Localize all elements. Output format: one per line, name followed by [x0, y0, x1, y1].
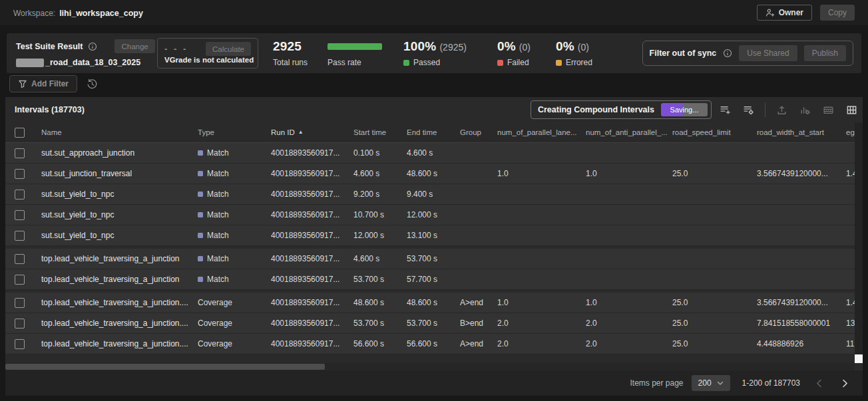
start-time: 53.700 s	[348, 275, 401, 284]
row-checkbox[interactable]	[15, 148, 25, 158]
start-time: 12.000 s	[348, 231, 401, 240]
workspace-name: lihi_workspace_copy	[59, 9, 143, 18]
road-width-at-start: 3.5667439120000...	[752, 298, 841, 307]
column-header-run-id[interactable]: Run ID ▲	[266, 128, 348, 136]
errored-stat: 0% (0) Errored	[556, 39, 592, 67]
table-row[interactable]: top.lead_vehicle_traversing_a_junction..…	[5, 293, 855, 313]
row-checkbox[interactable]	[15, 169, 25, 179]
start-time: 0.100 s	[348, 148, 401, 158]
match-type-icon	[198, 212, 203, 217]
interval-type-label: Match	[207, 231, 229, 240]
row-checkbox[interactable]	[15, 210, 25, 220]
redacted-text	[16, 59, 44, 67]
interval-settings-icon[interactable]	[742, 103, 756, 117]
column-header-num-parallel[interactable]: num_of_parallel_lane...	[492, 128, 580, 136]
row-checkbox[interactable]	[15, 275, 25, 285]
table-row[interactable]: top.lead_vehicle_traversing_a_junction..…	[5, 313, 855, 334]
column-header-group[interactable]: Group	[455, 128, 492, 136]
passed-count: (2925)	[439, 42, 466, 53]
passed-legend-square	[403, 60, 409, 66]
column-header-start-time[interactable]: Start time	[348, 128, 401, 136]
column-header-ego-speed[interactable]: ego_sp	[841, 128, 855, 136]
add-compound-interval-icon[interactable]	[718, 103, 732, 117]
end-time: 56.600 s	[401, 339, 455, 348]
chevron-down-icon	[717, 381, 724, 386]
table-row[interactable]: top.lead_vehicle_traversing_a_junctionMa…	[5, 249, 855, 269]
page-size-select[interactable]: 200	[692, 375, 730, 391]
vertical-scrollbar[interactable]	[855, 122, 863, 363]
publish-button[interactable]: Publish	[804, 45, 846, 61]
sort-ascending-icon: ▲	[298, 130, 304, 135]
road-width-at-start: 7.841518558000001	[752, 319, 841, 328]
select-all-checkbox[interactable]	[15, 128, 25, 138]
failed-count: (0)	[519, 42, 531, 53]
road-speed-limit: 25.0	[667, 298, 752, 307]
end-time: 53.700 s	[401, 254, 455, 263]
horizontal-scrollbar[interactable]	[5, 363, 855, 370]
column-header-name[interactable]: Name	[36, 128, 192, 136]
filter-out-of-sync-box: Filter out of sync Use Shared Publish	[642, 41, 853, 66]
info-icon[interactable]	[723, 49, 732, 58]
grid-view-icon[interactable]	[845, 103, 859, 117]
table-row[interactable]: sut.sut_yield_to_npcMatch40018893560917.…	[5, 184, 855, 205]
total-runs-value: 2925	[273, 39, 302, 54]
column-header-road-speed-limit[interactable]: road_speed_limit	[667, 128, 752, 136]
row-checkbox[interactable]	[15, 339, 25, 349]
row-checkbox[interactable]	[15, 231, 25, 241]
road-speed-limit: 25.0	[667, 339, 752, 348]
owner-button[interactable]: Owner	[757, 5, 812, 21]
interval-type: Match	[192, 190, 266, 199]
errored-legend-square	[556, 60, 562, 66]
num-of-parallel-lanes: 1.0	[492, 298, 580, 307]
interval-name: sut.sut_junction_traversal	[36, 169, 192, 178]
compound-intervals-status: Creating Compound Intervals Saving...	[531, 100, 712, 119]
filter-history-icon[interactable]	[85, 77, 99, 91]
interval-type-label: Match	[207, 275, 229, 284]
table-row[interactable]: sut.sut_yield_to_npcMatch40018893560917.…	[5, 225, 855, 246]
calculate-button[interactable]: Calculate	[206, 42, 251, 56]
row-checkbox[interactable]	[15, 190, 25, 200]
column-header-end-time[interactable]: End time	[401, 128, 455, 136]
add-filter-button[interactable]: Add Filter	[9, 75, 77, 92]
column-header-num-anti-parallel[interactable]: num_of_anti_parallel_...	[580, 128, 667, 136]
interval-name: sut.sut_yield_to_npc	[36, 210, 192, 219]
vertical-scrollbar-thumb[interactable]	[855, 354, 863, 363]
toolbar-divider	[765, 102, 765, 117]
column-header-type[interactable]: Type	[192, 128, 266, 136]
pass-rate-label: Pass rate	[327, 58, 382, 67]
end-time: 12.000 s	[401, 210, 455, 219]
export-icon[interactable]	[775, 103, 789, 117]
table-summary-icon[interactable]	[821, 103, 835, 117]
use-shared-button[interactable]: Use Shared	[739, 45, 797, 61]
row-checkbox[interactable]	[15, 319, 25, 329]
interval-type: Match	[192, 148, 266, 158]
table-title-bar: Intervals (187703) Creating Compound Int…	[5, 97, 863, 122]
run-id: 40018893560917...	[266, 319, 348, 328]
horizontal-scrollbar-thumb[interactable]	[5, 364, 325, 370]
row-checkbox[interactable]	[15, 298, 25, 308]
intervals-table: Intervals (187703) Creating Compound Int…	[5, 97, 863, 370]
column-header-road-width[interactable]: road_width_at_start	[752, 128, 841, 136]
table-row[interactable]: top.lead_vehicle_traversing_a_junction..…	[5, 334, 855, 354]
page-size-value: 200	[698, 378, 712, 388]
interval-type: Match	[192, 275, 266, 284]
row-checkbox[interactable]	[15, 254, 25, 264]
info-icon[interactable]	[88, 42, 97, 51]
interval-type: Match	[192, 254, 266, 263]
previous-page-button[interactable]	[812, 378, 826, 389]
chart-settings-icon[interactable]	[798, 103, 812, 117]
table-row[interactable]: top.lead_vehicle_traversing_a_junctionMa…	[5, 269, 855, 290]
interval-name: top.lead_vehicle_traversing_a_junction..…	[36, 339, 192, 348]
app-window: Workspace:lihi_workspace_copy Owner Copy…	[0, 0, 868, 401]
errored-percent: 0%	[556, 39, 574, 54]
interval-type-label: Coverage	[198, 298, 232, 307]
passed-label: Passed	[413, 58, 440, 67]
group: B>end	[455, 319, 492, 328]
funnel-icon	[18, 79, 27, 88]
table-row[interactable]: sut.sut_approach_junctionMatch4001889356…	[5, 143, 855, 164]
next-page-button[interactable]	[838, 378, 852, 389]
copy-button[interactable]: Copy	[820, 5, 855, 21]
table-row[interactable]: sut.sut_yield_to_npcMatch40018893560917.…	[5, 205, 855, 225]
change-button[interactable]: Change	[114, 39, 154, 53]
table-row[interactable]: sut.sut_junction_traversalMatch400188935…	[5, 164, 855, 184]
